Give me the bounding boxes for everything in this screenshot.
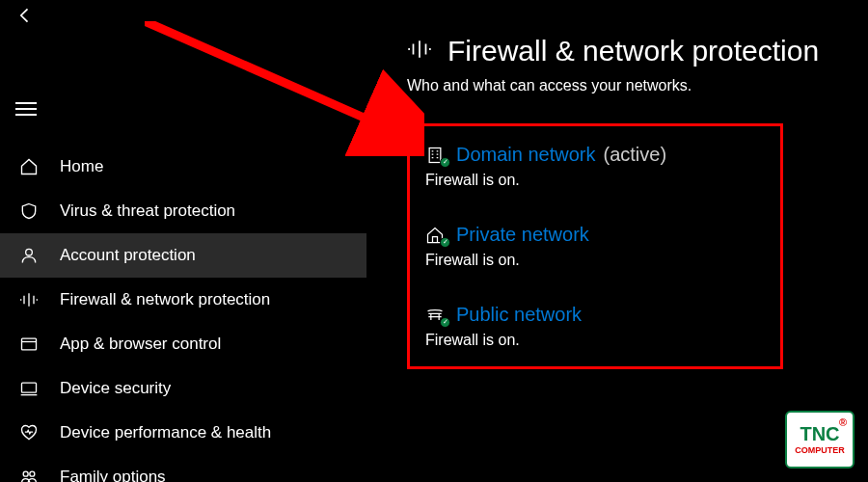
public-network-link[interactable]: Public network [456,304,582,326]
sidebar-item-home[interactable]: Home [0,145,366,189]
sidebar-item-label: Virus & threat protection [60,201,235,221]
network-highlight-box: ✓ Domain network (active) Firewall is on… [407,123,783,369]
check-badge-icon: ✓ [440,157,450,168]
network-active-label: (active) [604,144,667,166]
sidebar-item-label: Home [60,157,103,176]
sidebar-item-label: Device performance & health [60,423,271,442]
app-icon [19,335,46,354]
sidebar-item-label: Account protection [60,246,196,265]
bench-icon: ✓ [425,306,447,325]
network-status: Firewall is on. [425,252,765,269]
sidebar-item-app-browser[interactable]: App & browser control [0,322,366,366]
svg-point-3 [23,471,28,476]
family-icon [19,468,46,482]
svg-point-0 [26,249,33,255]
watermark-sub: COMPUTER [795,445,845,455]
private-network-link[interactable]: Private network [456,224,589,246]
building-icon: ✓ [425,146,447,165]
watermark-logo: ® TNC COMPUTER [785,411,854,469]
svg-rect-2 [22,383,37,392]
network-icon [19,290,46,309]
sidebar-item-device-security[interactable]: Device security [0,366,366,411]
page-subtitle: Who and what can access your networks. [407,77,868,94]
svg-rect-5 [429,147,441,162]
sidebar-item-firewall[interactable]: Firewall & network protection [0,278,366,322]
network-item-private: ✓ Private network Firewall is on. [425,224,765,269]
check-badge-icon: ✓ [440,317,450,328]
svg-rect-1 [22,338,37,350]
house-icon: ✓ [425,226,447,245]
hamburger-menu[interactable] [15,102,37,116]
domain-network-link[interactable]: Domain network [456,144,596,166]
watermark-brand: TNC [800,424,839,443]
sidebar-item-performance[interactable]: Device performance & health [0,411,366,455]
network-title-icon [407,37,432,66]
sidebar-item-label: Device security [60,379,171,398]
sidebar-item-label: Family options [60,468,166,482]
sidebar-item-family[interactable]: Family options [0,455,366,482]
svg-point-4 [30,471,35,476]
heart-icon [19,423,46,442]
network-item-public: ✓ Public network Firewall is on. [425,304,765,349]
network-status: Firewall is on. [425,172,765,189]
page-title: Firewall & network protection [448,35,819,67]
home-icon [19,157,46,176]
sidebar-item-account[interactable]: Account protection [0,233,366,278]
network-item-domain: ✓ Domain network (active) Firewall is on… [425,144,765,189]
sidebar-item-label: App & browser control [60,335,221,354]
network-status: Firewall is on. [425,332,765,349]
registered-mark: ® [839,416,847,428]
sidebar: Home Virus & threat protection Account p… [0,35,366,482]
sidebar-item-virus[interactable]: Virus & threat protection [0,189,366,233]
device-icon [19,379,46,398]
person-icon [19,246,46,265]
shield-icon [19,201,46,221]
check-badge-icon: ✓ [440,237,450,248]
sidebar-item-label: Firewall & network protection [60,290,270,309]
back-button[interactable] [15,6,35,30]
